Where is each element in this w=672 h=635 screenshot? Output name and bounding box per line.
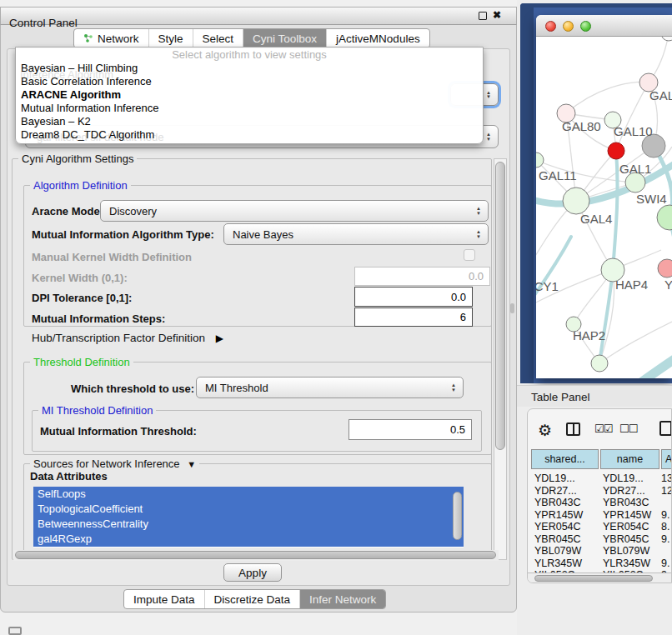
table-hscrollbar-thumb[interactable] bbox=[534, 575, 653, 582]
cell-name: YDR27... bbox=[603, 485, 645, 497]
node-gal4[interactable] bbox=[563, 188, 589, 214]
manual-kernel-width-checkbox[interactable] bbox=[464, 249, 475, 261]
aracne-mode-combo[interactable]: Discovery ▲▼ bbox=[100, 200, 489, 222]
zoom-traffic-light-icon[interactable] bbox=[580, 21, 591, 32]
dropdown-item-selected[interactable]: ARACNE Algorithm bbox=[16, 88, 483, 102]
mi-threshold-definition-legend: MI Threshold Definition bbox=[38, 404, 156, 417]
close-icon[interactable]: ✖ bbox=[493, 9, 501, 21]
hub-definition-toggle[interactable]: Hub/Transcription Factor Definition ▶ bbox=[32, 332, 223, 344]
mi-steps-input[interactable]: 6 bbox=[354, 308, 473, 327]
attribute-item[interactable]: TopologicalCoefficient bbox=[33, 502, 464, 517]
mi-algorithm-type-value: Naive Bayes bbox=[233, 228, 293, 241]
kernel-width-input[interactable]: 0.0 bbox=[354, 267, 490, 286]
control-panel-titlebar[interactable]: Control Panel ✖ bbox=[0, 7, 517, 25]
table-panel-header: Table Panel bbox=[517, 385, 672, 407]
cell-name: YBR043C bbox=[603, 497, 649, 508]
which-threshold-label: Which threshold to use: bbox=[71, 382, 194, 395]
tab-select[interactable]: Select bbox=[193, 29, 243, 48]
mi-threshold-value: 0.5 bbox=[450, 423, 465, 436]
minimize-traffic-light-icon[interactable] bbox=[563, 21, 574, 32]
node[interactable] bbox=[661, 37, 672, 41]
sources-legend[interactable]: Sources for Network Inference ▼ bbox=[30, 458, 199, 470]
node-label: SWI4 bbox=[636, 192, 667, 206]
cell-value: 9. bbox=[661, 533, 669, 545]
table-row[interactable]: YER054CYER054C8. bbox=[528, 521, 672, 533]
tab-cyni-toolbox[interactable]: Cyni Toolbox bbox=[243, 29, 326, 48]
deselect-all-checkboxes-icon[interactable]: ☐☐ bbox=[619, 422, 637, 435]
column-header-label: A bbox=[665, 453, 672, 465]
attribute-item[interactable]: gal4RGexp bbox=[33, 532, 464, 547]
tab-jactivemnodules[interactable]: jActiveMNodules bbox=[326, 29, 429, 48]
columns-icon[interactable] bbox=[566, 422, 580, 436]
settings-hscrollbar-thumb[interactable] bbox=[15, 551, 496, 559]
tab-style-label: Style bbox=[158, 32, 183, 45]
settings-vscrollbar-thumb[interactable] bbox=[495, 162, 505, 450]
table-row[interactable]: YLR345WYLR345W9. bbox=[528, 558, 672, 570]
node-gal11[interactable] bbox=[536, 152, 544, 168]
dpi-tolerance-input[interactable]: 0.0 bbox=[354, 287, 473, 307]
cell-value: 9. bbox=[661, 509, 669, 521]
cell-shared: YER054C bbox=[534, 521, 581, 532]
tab-discretize-data[interactable]: Discretize Data bbox=[204, 590, 300, 608]
attribute-item[interactable]: SelfLoops bbox=[33, 487, 464, 502]
table-row[interactable]: YBR043CYBR043C bbox=[528, 497, 672, 509]
gear-icon[interactable]: ⚙ bbox=[538, 421, 552, 440]
float-window-icon[interactable] bbox=[479, 12, 487, 20]
combo-spinner-icon: ▲▼ bbox=[486, 90, 491, 99]
node-red[interactable] bbox=[608, 142, 624, 159]
table-row[interactable]: YDR27...YDR27...12 bbox=[528, 485, 672, 498]
cyni-settings-legend: Cyni Algorithm Settings bbox=[18, 152, 137, 165]
data-attributes-list: SelfLoops TopologicalCoefficient Between… bbox=[33, 487, 464, 548]
table-row[interactable]: YBL079WYBL079W bbox=[528, 545, 672, 558]
apply-button[interactable]: Apply bbox=[223, 563, 282, 582]
column-header-name[interactable]: name bbox=[600, 449, 659, 469]
new-table-icon[interactable] bbox=[659, 421, 672, 436]
mi-algorithm-type-combo[interactable]: Naive Bayes ▲▼ bbox=[223, 223, 489, 245]
dropdown-item[interactable]: Bayesian – K2 bbox=[16, 115, 483, 128]
tab-infer-network[interactable]: Infer Network bbox=[299, 590, 385, 608]
cell-shared: YLR345W bbox=[534, 558, 582, 569]
cell-name: YBL079W bbox=[603, 545, 649, 557]
kernel-width-label: Kernel Width (0,1): bbox=[32, 272, 128, 284]
tab-infer-label: Infer Network bbox=[309, 593, 376, 606]
apply-button-label: Apply bbox=[238, 567, 267, 579]
column-header-shared[interactable]: shared... bbox=[531, 449, 599, 469]
which-threshold-combo[interactable]: MI Threshold ▲▼ bbox=[196, 377, 464, 398]
node-label: GAL80 bbox=[562, 119, 601, 133]
aracne-mode-value: Discovery bbox=[109, 205, 157, 218]
tab-style[interactable]: Style bbox=[148, 29, 193, 48]
close-traffic-light-icon[interactable] bbox=[545, 21, 556, 32]
network-window-titlebar[interactable] bbox=[536, 15, 672, 37]
cyni-bottom-tabbar: Impute Data Discretize Data Infer Networ… bbox=[123, 589, 386, 609]
table-row[interactable]: YBR045CYBR045C9. bbox=[528, 533, 672, 546]
tab-network[interactable]: Network bbox=[74, 29, 148, 48]
select-all-checkboxes-icon[interactable]: ☑☑ bbox=[594, 422, 612, 435]
dropdown-item[interactable]: Mutual Information Inference bbox=[16, 102, 483, 115]
which-threshold-value: MI Threshold bbox=[205, 382, 268, 394]
right-desktop-area: GAL GAL80 GAL10 GAL1 GAL11 GAL4 SWI4 GCY… bbox=[517, 0, 672, 635]
dropdown-item[interactable]: Basic Correlation Inference bbox=[16, 75, 483, 88]
node-swi4[interactable] bbox=[657, 205, 672, 230]
dropdown-item[interactable]: Bayesian – Hill Climbing bbox=[16, 62, 483, 75]
attributes-list-scrollbar-thumb[interactable] bbox=[453, 492, 462, 540]
table-row[interactable]: YDL19...YDL19...13 bbox=[528, 472, 672, 485]
cell-shared: YPR145W bbox=[534, 509, 583, 521]
mi-threshold-input[interactable]: 0.5 bbox=[349, 419, 472, 440]
table-row[interactable]: YPR145WYPR145W9. bbox=[528, 509, 672, 522]
aracne-mode-label: Aracne Mode: bbox=[32, 205, 103, 218]
panel-resize-handle[interactable] bbox=[510, 303, 514, 313]
node-bottom[interactable] bbox=[591, 355, 608, 372]
network-graph-canvas[interactable]: GAL GAL80 GAL10 GAL1 GAL11 GAL4 SWI4 GCY… bbox=[536, 37, 672, 378]
cell-name: YER054C bbox=[603, 521, 649, 532]
dropdown-item[interactable]: Dream8 DC_TDC Algorithm bbox=[16, 128, 483, 142]
node-label: Y bbox=[664, 278, 672, 292]
node-label: HAP2 bbox=[573, 328, 605, 342]
network-view-window[interactable]: GAL GAL80 GAL10 GAL1 GAL11 GAL4 SWI4 GCY… bbox=[536, 15, 672, 378]
tab-impute-data[interactable]: Impute Data bbox=[124, 590, 204, 608]
column-header-partial[interactable]: A bbox=[661, 449, 672, 469]
node-pink[interactable] bbox=[658, 259, 672, 278]
collapsed-panel-icon[interactable] bbox=[8, 627, 22, 635]
cell-shared: YDL19... bbox=[534, 472, 575, 484]
attribute-item[interactable]: BetweennessCentrality bbox=[33, 517, 464, 532]
combo-spinner-icon: ▲▼ bbox=[486, 132, 491, 142]
